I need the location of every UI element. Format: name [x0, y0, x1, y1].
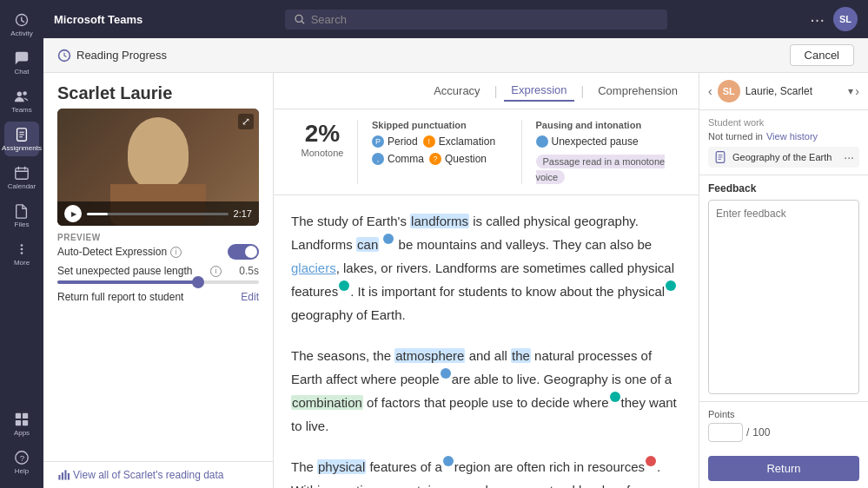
sidebar-item-teams[interactable]: Teams [4, 83, 39, 118]
sidebar-label-apps: Apps [14, 429, 30, 437]
svg-rect-3 [16, 168, 28, 179]
avatar[interactable]: SL [833, 7, 858, 31]
marker-6 [443, 456, 454, 466]
highlight-the: the [511, 348, 531, 363]
view-history-link[interactable]: View history [766, 131, 818, 142]
slider-fill [57, 280, 198, 284]
period-label: Period [388, 135, 418, 148]
stat-block: 2% Monotone [288, 120, 357, 184]
search-input[interactable] [311, 13, 659, 26]
punct-items: P Period ! Exclamation , Comma [372, 135, 507, 165]
sidebar-bottom: Apps ? Help [4, 406, 39, 479]
assignment-more-button[interactable]: ··· [844, 150, 854, 164]
svg-point-5 [21, 247, 23, 250]
assignment-file-icon [713, 150, 727, 164]
search-icon [294, 13, 305, 25]
tab-divider-1: | [494, 84, 498, 98]
student-name-right: Laurie, Scarlet [745, 85, 844, 97]
points-input[interactable] [708, 423, 743, 442]
sidebar-label-calendar: Calendar [8, 182, 36, 190]
intonation-block: Pausing and intonation Unexpected pause … [521, 120, 686, 184]
search-box[interactable] [285, 10, 667, 30]
punct-item-exclamation: ! Exclamation [423, 135, 495, 148]
sidebar-item-more[interactable]: More [4, 236, 39, 271]
points-total: 100 [752, 426, 770, 439]
play-button[interactable] [64, 205, 82, 222]
preview-label: PREVIEW [57, 233, 259, 242]
sidebar-label-help: Help [15, 467, 29, 475]
punctuation-block: Skipped punctuation P Period ! Exclamati… [357, 120, 521, 184]
inton-title: Pausing and intonation [536, 120, 672, 130]
marker-3 [666, 280, 676, 291]
sidebar-label-files: Files [15, 221, 30, 228]
tab-comprehension[interactable]: Comprehension [591, 81, 685, 101]
student-work-section: Student work Not turned in View history … [699, 110, 868, 175]
reading-progress-icon [57, 49, 71, 63]
reading-text: The study of Earth's landforms is called… [274, 195, 699, 488]
settings-dots[interactable]: ··· [810, 10, 825, 30]
punct-item-question: ? Question [429, 153, 487, 165]
calendar-icon [14, 165, 30, 181]
sidebar-item-activity[interactable]: Activity [4, 7, 39, 42]
pause-row: Set unexpected pause length i 0.5s [57, 265, 259, 284]
slider-thumb[interactable] [192, 276, 204, 288]
return-button[interactable]: Return [708, 456, 859, 481]
feedback-input[interactable] [708, 200, 859, 394]
unexpected-dot [536, 135, 548, 148]
next-student-button[interactable]: › [855, 84, 859, 98]
cancel-button[interactable]: Cancel [790, 44, 854, 66]
return-full-report-label: Return full report to student [57, 291, 183, 303]
exclamation-dot: ! [423, 135, 435, 148]
return-full-report-row: Return full report to student Edit [57, 291, 259, 303]
video-expand-button[interactable]: ⤢ [238, 114, 254, 129]
comma-dot: , [372, 153, 384, 165]
video-progress-bar[interactable] [87, 213, 229, 215]
assignment-name: Geography of the Earth [732, 152, 838, 162]
apps-icon [14, 412, 30, 427]
sidebar-item-calendar[interactable]: Calendar [4, 160, 39, 195]
tab-expression[interactable]: Expression [504, 80, 573, 102]
feedback-title: Feedback [708, 182, 859, 195]
question-label: Question [445, 153, 487, 165]
points-section: Points / 100 [699, 401, 868, 449]
pause-label-text: Set unexpected pause length [57, 265, 192, 277]
sidebar-item-assignments[interactable]: Assignments [4, 122, 39, 156]
sidebar-label-more: More [14, 259, 30, 267]
points-title: Points [708, 409, 859, 419]
svg-point-6 [21, 252, 23, 254]
pause-value: 0.5s [239, 265, 259, 277]
sidebar-label-activity: Activity [10, 30, 32, 37]
sidebar-item-apps[interactable]: Apps [4, 406, 39, 441]
sidebar-item-files[interactable]: Files [4, 198, 39, 233]
left-panel: Scarlet Laurie ⤢ [43, 73, 274, 488]
punct-title: Skipped punctuation [372, 120, 507, 130]
sidebar-label-teams: Teams [11, 106, 32, 114]
sidebar-label-assignments: Assignments [2, 144, 42, 152]
pause-slider[interactable] [57, 280, 259, 284]
content-area: Reading Progress Cancel Scarlet Laurie [43, 38, 868, 488]
student-name: Scarlet Laurie [43, 73, 273, 109]
more-icon [14, 241, 30, 257]
chart-icon [57, 469, 70, 481]
punct-item-comma: , Comma [372, 153, 424, 165]
pause-info-icon[interactable]: i [210, 266, 222, 277]
activity-icon [14, 12, 30, 28]
auto-detect-info-icon[interactable]: i [170, 247, 182, 258]
edit-link[interactable]: Edit [241, 291, 259, 303]
app-title: Microsoft Teams [54, 13, 142, 26]
topbar: Microsoft Teams ··· SL [43, 0, 868, 38]
view-data-link[interactable]: View all of Scarlet's reading data [43, 461, 273, 488]
prev-student-button[interactable]: ‹ [708, 84, 712, 98]
student-dropdown-button[interactable]: ▾ [848, 85, 853, 97]
body-content: Scarlet Laurie ⤢ [43, 73, 868, 488]
marker-1 [383, 234, 394, 244]
tab-accuracy[interactable]: Accuracy [427, 81, 487, 101]
sidebar-item-chat[interactable]: Chat [4, 45, 39, 80]
marker-2 [339, 280, 349, 291]
passage-badge: Passage read in a monotone voice [536, 155, 666, 184]
main-area: Microsoft Teams ··· SL Reading Progress … [43, 0, 868, 488]
sidebar-item-help[interactable]: ? Help [4, 445, 39, 479]
stat-percentage: 2% [288, 120, 357, 148]
svg-rect-19 [68, 473, 70, 480]
auto-detect-toggle[interactable] [228, 244, 259, 260]
